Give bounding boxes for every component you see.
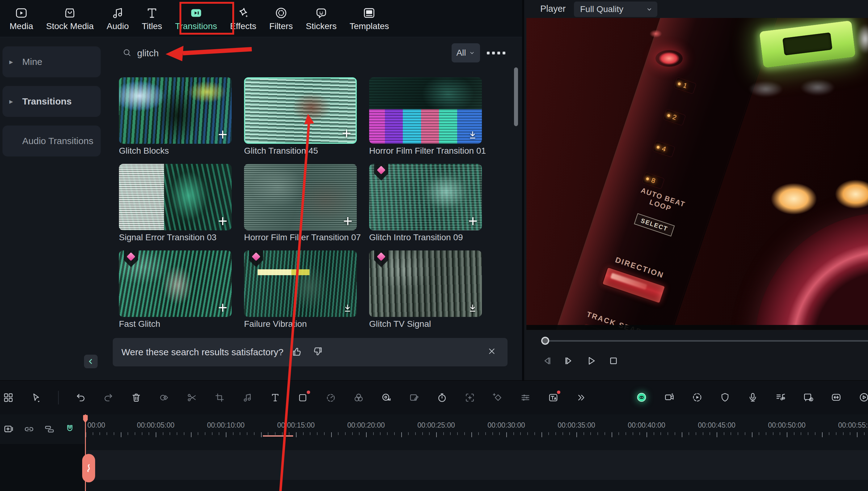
transition-tile-failure-vibration[interactable]	[244, 251, 357, 317]
ai-audio-icon[interactable]	[380, 392, 392, 404]
audio-effect-icon[interactable]	[242, 392, 253, 404]
quality-dropdown[interactable]: Full Quality	[574, 2, 657, 17]
add-to-timeline-icon[interactable]: +	[218, 214, 227, 228]
timeline-track-band[interactable]	[0, 450, 868, 480]
ruler-tick	[415, 432, 416, 435]
delete-icon[interactable]	[130, 392, 142, 404]
audio-icon	[111, 6, 125, 20]
ai-assistant-icon[interactable]	[636, 392, 647, 403]
record-icon[interactable]	[297, 392, 309, 404]
timer-icon[interactable]	[436, 392, 448, 404]
tab-transitions[interactable]: Transitions	[169, 0, 224, 37]
transition-name: Signal Error Transition 03	[119, 232, 236, 243]
ruler-tick	[731, 432, 731, 435]
transition-tile-glitch-transition-45[interactable]: +	[244, 77, 357, 144]
tab-effects[interactable]: Effects	[224, 0, 263, 37]
ruler-tick	[808, 432, 808, 435]
add-to-timeline-icon[interactable]: +	[218, 128, 227, 141]
adjust-icon[interactable]	[520, 392, 531, 404]
next-frame-icon[interactable]	[563, 355, 575, 367]
previous-frame-icon[interactable]	[541, 355, 553, 367]
download-icon[interactable]	[468, 130, 477, 141]
close-icon[interactable]	[487, 347, 498, 358]
ruler-tick	[675, 432, 675, 435]
transition-name: Glitch Intro Transition 09	[369, 232, 487, 243]
tab-stickers[interactable]: Stickers	[299, 0, 343, 37]
collapse-panel-button[interactable]	[84, 355, 98, 368]
sidebar-item-mine[interactable]: ▸Mine	[2, 47, 101, 77]
thumbs-down-icon[interactable]	[312, 346, 324, 358]
thumbs-up-icon[interactable]	[291, 346, 304, 358]
voiceover-icon[interactable]	[747, 392, 758, 403]
ruler-tick	[457, 432, 458, 435]
stop-icon[interactable]	[608, 355, 619, 367]
transition-tile-glitch-tv-signal[interactable]	[369, 251, 482, 317]
transition-tile-horror-film-filter-transition-01[interactable]	[369, 77, 482, 144]
partial-circle-icon[interactable]	[858, 392, 868, 403]
split-icon[interactable]	[186, 392, 198, 404]
beat-marker[interactable]	[82, 454, 95, 482]
transition-tile-signal-error-transition-03[interactable]: +	[119, 164, 232, 230]
multi-select-icon[interactable]	[2, 392, 14, 404]
audio-list-icon[interactable]	[775, 392, 786, 403]
timeline-ruler[interactable]: 00:0000:00:05:0000:00:10:0000:00:15:0000…	[0, 414, 868, 444]
transition-tile-glitch-intro-transition-09[interactable]: +	[369, 164, 482, 230]
expand-arrow-icon[interactable]: ▸	[9, 58, 22, 66]
speed-icon[interactable]	[325, 392, 337, 404]
mask-icon[interactable]	[158, 392, 170, 404]
transition-tile-glitch-blocks[interactable]: +	[119, 77, 232, 144]
ruler-tick	[359, 432, 360, 435]
undo-icon[interactable]	[75, 392, 87, 404]
ruler-tick	[745, 432, 745, 435]
tab-titles[interactable]: Titles	[135, 0, 169, 37]
sticker-edit-icon[interactable]	[408, 392, 420, 404]
sidebar-item-transitions[interactable]: ▸Transitions	[2, 86, 101, 117]
add-to-timeline-icon[interactable]: +	[342, 126, 351, 140]
ruler-tick	[618, 432, 619, 435]
play-circle-icon[interactable]	[691, 392, 703, 403]
transition-tile-horror-film-filter-transition-07[interactable]: +	[244, 164, 357, 230]
redo-icon[interactable]	[102, 392, 114, 404]
tab-stock-media[interactable]: Stock Media	[39, 0, 100, 37]
panel-scrollbar[interactable]	[514, 67, 518, 126]
expand-arrow-icon[interactable]: ▸	[9, 97, 22, 106]
shield-icon[interactable]	[719, 392, 731, 403]
tab-templates[interactable]: Templates	[343, 0, 396, 37]
ruler-tick	[338, 432, 339, 435]
ruler-tick	[268, 432, 269, 435]
text-icon[interactable]	[269, 392, 281, 404]
add-to-timeline-icon[interactable]: +	[343, 214, 352, 228]
color-icon[interactable]	[353, 392, 365, 404]
ai-text-icon[interactable]	[547, 392, 559, 404]
add-to-timeline-icon[interactable]: +	[218, 301, 227, 314]
transition-tile-fast-glitch[interactable]: +	[119, 251, 232, 317]
clip-range-indicator	[263, 435, 293, 437]
ruler-tick	[590, 432, 591, 435]
crop-icon[interactable]	[214, 392, 225, 404]
ruler-tick	[548, 432, 549, 435]
screen-record-icon[interactable]	[803, 392, 814, 403]
filter-dropdown[interactable]: All	[452, 43, 480, 62]
tab-filters[interactable]: Filters	[263, 0, 299, 37]
cursor-icon[interactable]	[30, 392, 42, 404]
keyframe-icon[interactable]	[492, 392, 503, 404]
beat-loop-button-graphic: 4	[652, 140, 675, 157]
sidebar-item-audio-transitions[interactable]: Audio Transitions	[2, 125, 101, 156]
ai-camera-icon[interactable]	[663, 392, 675, 403]
add-to-timeline-icon[interactable]: +	[468, 214, 477, 228]
ruler-tick	[149, 432, 149, 435]
ruler-tick	[520, 432, 521, 435]
tab-media[interactable]: Media	[3, 0, 39, 37]
freeze-frame-icon[interactable]	[464, 392, 476, 404]
download-icon[interactable]	[343, 303, 352, 314]
seek-knob[interactable]	[541, 337, 549, 345]
play-icon[interactable]	[585, 355, 597, 367]
more-options-button[interactable]	[487, 49, 505, 57]
chevron-down-icon	[646, 6, 653, 13]
toolbar-divider	[58, 391, 59, 404]
fit-width-icon[interactable]	[830, 392, 842, 403]
seek-bar[interactable]	[549, 340, 868, 342]
more-tools-icon[interactable]	[575, 392, 587, 404]
tab-audio[interactable]: Audio	[100, 0, 135, 37]
download-icon[interactable]	[468, 303, 477, 314]
